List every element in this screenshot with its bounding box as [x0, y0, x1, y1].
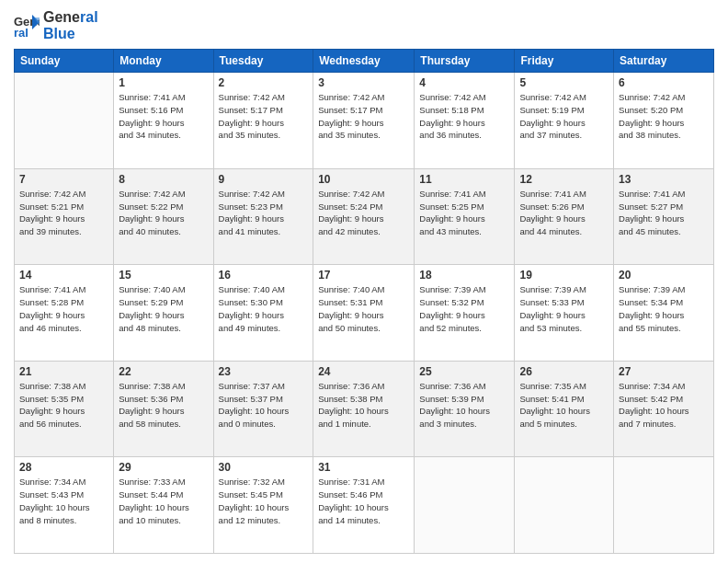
day-number: 2 [219, 76, 309, 89]
day-info: Sunrise: 7:37 AM Sunset: 5:37 PM Dayligh… [219, 380, 309, 431]
calendar-cell: 5Sunrise: 7:42 AM Sunset: 5:19 PM Daylig… [515, 73, 614, 169]
calendar-cell: 15Sunrise: 7:40 AM Sunset: 5:29 PM Dayli… [114, 265, 213, 362]
day-number: 26 [519, 365, 609, 378]
calendar-cell: 18Sunrise: 7:39 AM Sunset: 5:32 PM Dayli… [415, 265, 515, 362]
week-row-5: 28Sunrise: 7:34 AM Sunset: 5:43 PM Dayli… [15, 457, 714, 554]
day-number: 31 [318, 461, 409, 474]
calendar-cell: 20Sunrise: 7:39 AM Sunset: 5:34 PM Dayli… [614, 265, 714, 362]
calendar-cell: 13Sunrise: 7:41 AM Sunset: 5:27 PM Dayli… [614, 168, 714, 265]
day-number: 3 [318, 76, 409, 89]
day-number: 18 [419, 269, 509, 282]
calendar-cell [614, 457, 714, 554]
calendar-cell: 26Sunrise: 7:35 AM Sunset: 5:41 PM Dayli… [515, 361, 614, 457]
logo-icon: Gene ral [14, 13, 40, 39]
day-info: Sunrise: 7:41 AM Sunset: 5:27 PM Dayligh… [619, 188, 709, 238]
day-info: Sunrise: 7:38 AM Sunset: 5:36 PM Dayligh… [119, 380, 208, 431]
day-number: 23 [219, 365, 309, 378]
calendar-cell: 28Sunrise: 7:34 AM Sunset: 5:43 PM Dayli… [15, 457, 114, 554]
day-number: 11 [419, 173, 509, 186]
day-number: 25 [419, 365, 509, 378]
weekday-header-wednesday: Wednesday [313, 50, 415, 73]
day-info: Sunrise: 7:42 AM Sunset: 5:19 PM Dayligh… [519, 91, 609, 142]
day-number: 19 [519, 269, 609, 282]
calendar-cell: 25Sunrise: 7:36 AM Sunset: 5:39 PM Dayli… [415, 361, 515, 457]
calendar-cell: 31Sunrise: 7:31 AM Sunset: 5:46 PM Dayli… [313, 457, 415, 554]
day-info: Sunrise: 7:42 AM Sunset: 5:24 PM Dayligh… [318, 188, 409, 238]
calendar-cell: 7Sunrise: 7:42 AM Sunset: 5:21 PM Daylig… [15, 168, 114, 265]
day-info: Sunrise: 7:36 AM Sunset: 5:39 PM Dayligh… [419, 380, 509, 431]
day-info: Sunrise: 7:35 AM Sunset: 5:41 PM Dayligh… [519, 380, 609, 431]
week-row-3: 14Sunrise: 7:41 AM Sunset: 5:28 PM Dayli… [15, 265, 714, 362]
day-number: 30 [219, 461, 309, 474]
header: Gene ral General Blue [14, 9, 714, 41]
logo: Gene ral General Blue [14, 9, 98, 41]
calendar-cell [15, 73, 114, 169]
calendar-cell: 24Sunrise: 7:36 AM Sunset: 5:38 PM Dayli… [313, 361, 415, 457]
calendar-cell: 17Sunrise: 7:40 AM Sunset: 5:31 PM Dayli… [313, 265, 415, 362]
day-number: 16 [219, 269, 309, 282]
day-number: 14 [19, 269, 108, 282]
day-info: Sunrise: 7:41 AM Sunset: 5:26 PM Dayligh… [519, 188, 609, 238]
weekday-header-row: SundayMondayTuesdayWednesdayThursdayFrid… [15, 50, 714, 73]
day-number: 6 [619, 76, 709, 89]
day-number: 20 [619, 269, 709, 282]
day-info: Sunrise: 7:41 AM Sunset: 5:16 PM Dayligh… [119, 91, 208, 142]
day-number: 9 [219, 173, 309, 186]
calendar-cell: 12Sunrise: 7:41 AM Sunset: 5:26 PM Dayli… [515, 168, 614, 265]
calendar-cell: 19Sunrise: 7:39 AM Sunset: 5:33 PM Dayli… [515, 265, 614, 362]
day-info: Sunrise: 7:34 AM Sunset: 5:42 PM Dayligh… [619, 380, 709, 431]
week-row-1: 1Sunrise: 7:41 AM Sunset: 5:16 PM Daylig… [15, 73, 714, 169]
calendar-page: Gene ral General Blue SundayMondayTuesda… [0, 0, 728, 563]
day-number: 10 [318, 173, 409, 186]
day-info: Sunrise: 7:39 AM Sunset: 5:33 PM Dayligh… [519, 283, 609, 334]
day-number: 7 [19, 173, 108, 186]
calendar-cell: 4Sunrise: 7:42 AM Sunset: 5:18 PM Daylig… [415, 73, 515, 169]
calendar-cell [415, 457, 515, 554]
day-number: 4 [419, 76, 509, 89]
calendar-cell: 29Sunrise: 7:33 AM Sunset: 5:44 PM Dayli… [114, 457, 213, 554]
calendar-cell: 9Sunrise: 7:42 AM Sunset: 5:23 PM Daylig… [213, 168, 313, 265]
week-row-2: 7Sunrise: 7:42 AM Sunset: 5:21 PM Daylig… [15, 168, 714, 265]
logo-blue: Blue [43, 26, 98, 42]
day-info: Sunrise: 7:36 AM Sunset: 5:38 PM Dayligh… [318, 380, 409, 431]
day-number: 8 [119, 173, 208, 186]
day-info: Sunrise: 7:41 AM Sunset: 5:25 PM Dayligh… [419, 188, 509, 238]
day-number: 29 [119, 461, 208, 474]
day-info: Sunrise: 7:42 AM Sunset: 5:23 PM Dayligh… [219, 188, 309, 238]
weekday-header-tuesday: Tuesday [213, 50, 313, 73]
day-info: Sunrise: 7:42 AM Sunset: 5:17 PM Dayligh… [318, 91, 409, 142]
calendar-cell: 8Sunrise: 7:42 AM Sunset: 5:22 PM Daylig… [114, 168, 213, 265]
day-info: Sunrise: 7:42 AM Sunset: 5:22 PM Dayligh… [119, 188, 208, 238]
day-info: Sunrise: 7:38 AM Sunset: 5:35 PM Dayligh… [19, 380, 108, 431]
day-number: 17 [318, 269, 409, 282]
day-info: Sunrise: 7:40 AM Sunset: 5:31 PM Dayligh… [318, 283, 409, 334]
weekday-header-monday: Monday [114, 50, 213, 73]
week-row-4: 21Sunrise: 7:38 AM Sunset: 5:35 PM Dayli… [15, 361, 714, 457]
calendar-cell: 30Sunrise: 7:32 AM Sunset: 5:45 PM Dayli… [213, 457, 313, 554]
day-info: Sunrise: 7:33 AM Sunset: 5:44 PM Dayligh… [119, 476, 208, 526]
calendar-cell: 2Sunrise: 7:42 AM Sunset: 5:17 PM Daylig… [213, 73, 313, 169]
calendar-cell: 27Sunrise: 7:34 AM Sunset: 5:42 PM Dayli… [614, 361, 714, 457]
day-info: Sunrise: 7:42 AM Sunset: 5:21 PM Dayligh… [19, 188, 108, 238]
weekday-header-thursday: Thursday [415, 50, 515, 73]
calendar-cell: 6Sunrise: 7:42 AM Sunset: 5:20 PM Daylig… [614, 73, 714, 169]
calendar-cell: 11Sunrise: 7:41 AM Sunset: 5:25 PM Dayli… [415, 168, 515, 265]
day-number: 13 [619, 173, 709, 186]
calendar-cell: 1Sunrise: 7:41 AM Sunset: 5:16 PM Daylig… [114, 73, 213, 169]
day-number: 15 [119, 269, 208, 282]
day-number: 5 [519, 76, 609, 89]
day-number: 21 [19, 365, 108, 378]
day-info: Sunrise: 7:34 AM Sunset: 5:43 PM Dayligh… [19, 476, 108, 526]
day-info: Sunrise: 7:40 AM Sunset: 5:30 PM Dayligh… [219, 283, 309, 334]
day-info: Sunrise: 7:31 AM Sunset: 5:46 PM Dayligh… [318, 476, 409, 526]
day-info: Sunrise: 7:42 AM Sunset: 5:17 PM Dayligh… [219, 91, 309, 142]
calendar-cell: 22Sunrise: 7:38 AM Sunset: 5:36 PM Dayli… [114, 361, 213, 457]
day-number: 27 [619, 365, 709, 378]
calendar-cell: 21Sunrise: 7:38 AM Sunset: 5:35 PM Dayli… [15, 361, 114, 457]
calendar-cell [515, 457, 614, 554]
calendar-cell: 23Sunrise: 7:37 AM Sunset: 5:37 PM Dayli… [213, 361, 313, 457]
day-number: 12 [519, 173, 609, 186]
weekday-header-friday: Friday [515, 50, 614, 73]
day-info: Sunrise: 7:32 AM Sunset: 5:45 PM Dayligh… [219, 476, 309, 526]
calendar-cell: 16Sunrise: 7:40 AM Sunset: 5:30 PM Dayli… [213, 265, 313, 362]
